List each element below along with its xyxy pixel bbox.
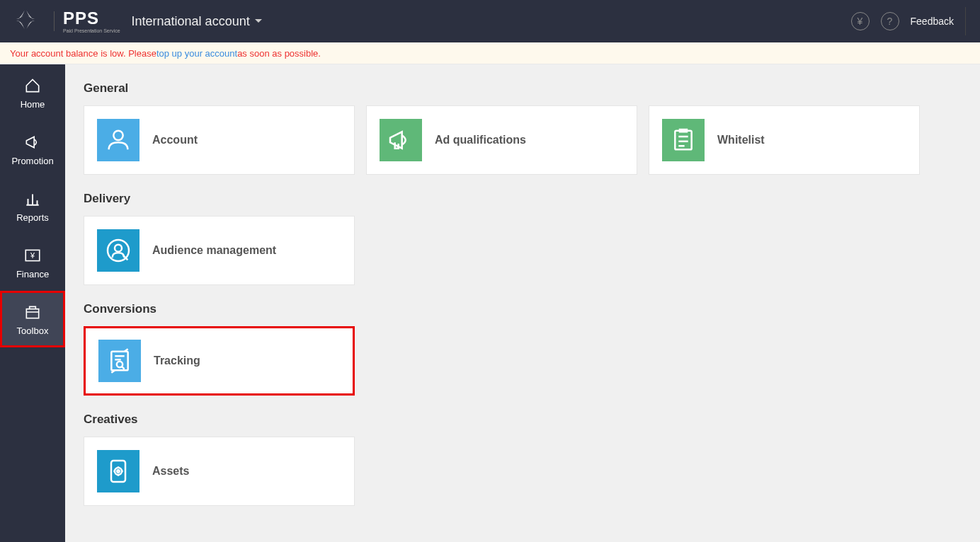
card-audience-management[interactable]: Audience management xyxy=(84,216,355,285)
bar-chart-icon xyxy=(23,190,42,208)
assets-icon xyxy=(97,450,139,492)
sidebar-item-promotion[interactable]: Promotion xyxy=(0,121,65,178)
section-title-general: General xyxy=(84,81,962,96)
card-whitelist[interactable]: Whitelist xyxy=(649,105,920,175)
brand-sub: Paid Presentation Service xyxy=(63,28,120,33)
svg-rect-2 xyxy=(26,309,38,318)
header-right-divider xyxy=(965,7,966,35)
sidebar: Home Promotion Reports ¥ Finance Toolbox xyxy=(0,64,65,542)
card-row-general: Account Ad qualifications Whitelist xyxy=(84,105,962,175)
nav-label-home: Home xyxy=(21,99,45,110)
feedback-link[interactable]: Feedback xyxy=(911,16,954,27)
card-label: Audience management xyxy=(152,244,276,257)
finance-icon: ¥ xyxy=(23,246,42,265)
card-row-delivery: Audience management xyxy=(84,216,962,285)
toolbox-icon xyxy=(23,303,42,321)
pps-logo: PPS Paid Presentation Service xyxy=(63,10,120,33)
megaphone-icon xyxy=(23,133,42,151)
warning-bar: Your account balance is low. Please top … xyxy=(0,42,980,64)
card-row-conversions: Tracking xyxy=(84,326,962,396)
header-divider xyxy=(54,11,55,31)
svg-rect-9 xyxy=(111,461,125,482)
card-ad-qualifications[interactable]: Ad qualifications xyxy=(366,105,637,175)
section-title-conversions: Conversions xyxy=(84,302,962,316)
account-label: International account xyxy=(132,14,250,29)
card-label: Account xyxy=(152,134,198,146)
huawei-logo xyxy=(14,8,45,34)
nav-label-reports: Reports xyxy=(16,212,49,223)
svg-point-6 xyxy=(115,245,122,252)
card-assets[interactable]: Assets xyxy=(84,437,355,506)
audience-icon xyxy=(97,229,139,272)
help-icon[interactable]: ? xyxy=(881,12,899,30)
person-icon xyxy=(97,119,139,161)
list-icon xyxy=(662,119,705,161)
account-dropdown[interactable]: International account xyxy=(132,14,263,29)
home-icon xyxy=(23,76,42,95)
svg-point-8 xyxy=(117,362,122,367)
warning-suffix: as soon as possible. xyxy=(237,48,321,59)
megaphone-icon xyxy=(380,119,422,161)
nav-label-finance: Finance xyxy=(16,269,49,279)
brand-main: PPS xyxy=(63,10,120,27)
nav-label-toolbox: Toolbox xyxy=(17,325,49,336)
sidebar-item-finance[interactable]: ¥ Finance xyxy=(0,234,65,291)
card-label: Assets xyxy=(152,465,189,478)
section-title-creatives: Creatives xyxy=(84,413,962,427)
currency-icon[interactable]: ¥ xyxy=(851,12,870,30)
svg-point-3 xyxy=(113,131,122,140)
section-title-delivery: Delivery xyxy=(84,192,962,206)
sidebar-item-toolbox[interactable]: Toolbox xyxy=(0,291,65,347)
main-content: General Account Ad qualifications Whitel… xyxy=(65,64,980,542)
nav-label-promotion: Promotion xyxy=(11,156,53,166)
svg-point-11 xyxy=(117,470,119,472)
sidebar-item-reports[interactable]: Reports xyxy=(0,178,65,234)
header-right: ¥ ? Feedback xyxy=(851,7,966,35)
card-tracking[interactable]: Tracking xyxy=(84,326,355,396)
warning-prefix: Your account balance is low. Please xyxy=(10,48,156,59)
chevron-down-icon xyxy=(254,18,263,24)
sidebar-item-home[interactable]: Home xyxy=(0,64,65,121)
svg-point-10 xyxy=(115,468,122,475)
card-label: Whitelist xyxy=(717,134,765,146)
card-label: Tracking xyxy=(154,354,200,367)
topup-link[interactable]: top up your account xyxy=(156,48,237,59)
svg-text:¥: ¥ xyxy=(30,251,35,260)
card-row-creatives: Assets xyxy=(84,437,962,506)
card-label: Ad qualifications xyxy=(435,134,526,146)
tracking-icon xyxy=(98,340,141,382)
app-header: PPS Paid Presentation Service Internatio… xyxy=(0,0,980,42)
card-account[interactable]: Account xyxy=(84,105,355,175)
